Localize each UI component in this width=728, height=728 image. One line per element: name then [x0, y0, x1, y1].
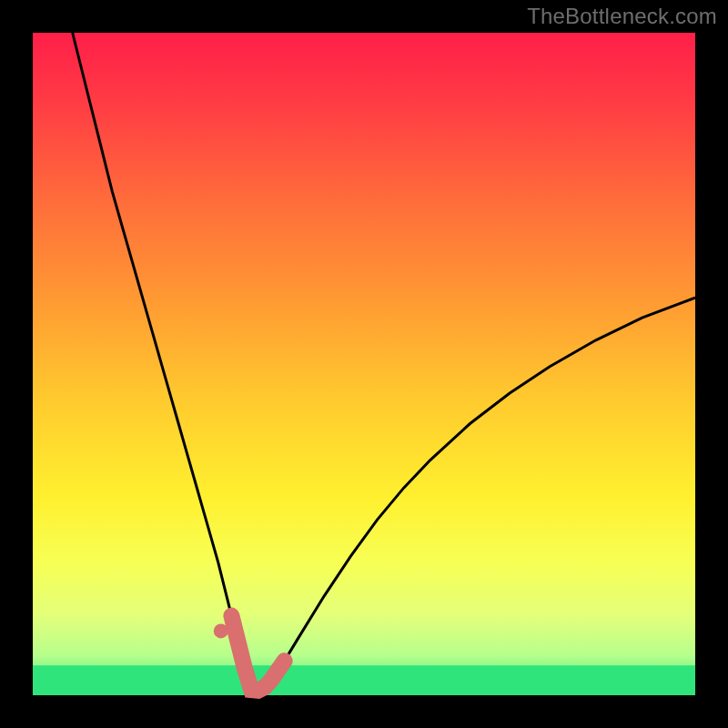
chart-frame: TheBottleneck.com	[0, 0, 728, 728]
plot-background	[33, 33, 695, 695]
highlight-dot	[214, 623, 228, 638]
green-band	[33, 665, 695, 695]
bottleneck-chart	[0, 0, 728, 728]
watermark-text: TheBottleneck.com	[527, 4, 717, 29]
